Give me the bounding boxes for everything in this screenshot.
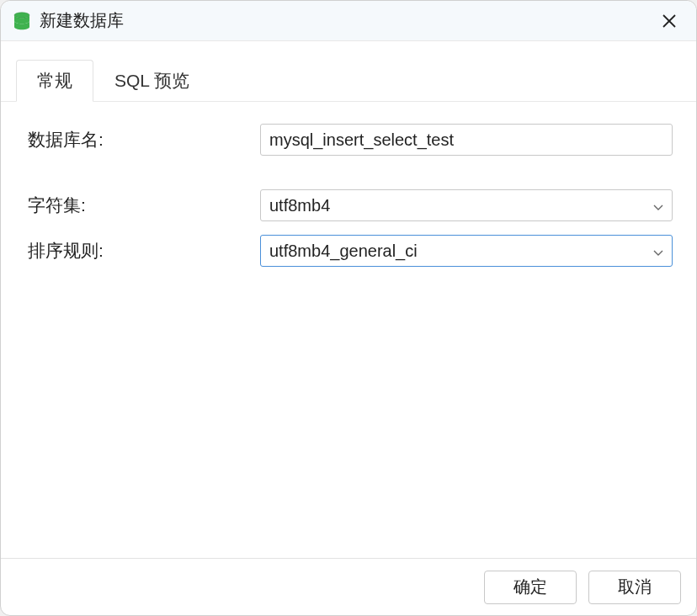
- select-charset-wrapper: utf8mb4: [260, 189, 673, 221]
- tab-label: SQL 预览: [114, 71, 189, 90]
- database-icon: [13, 12, 31, 30]
- chevron-down-icon: [653, 196, 663, 215]
- close-button[interactable]: [654, 6, 684, 36]
- select-charset-value: utf8mb4: [269, 196, 330, 215]
- ok-button[interactable]: 确定: [484, 571, 577, 604]
- label-charset: 字符集:: [24, 194, 260, 217]
- tab-content-general: 数据库名: 字符集: utf8mb4 排序规则: utf: [1, 101, 696, 558]
- row-database-name: 数据库名:: [24, 124, 673, 156]
- chevron-down-icon: [653, 242, 663, 261]
- row-charset: 字符集: utf8mb4: [24, 189, 673, 221]
- input-database-name[interactable]: [260, 124, 673, 156]
- tab-label: 常规: [37, 71, 72, 90]
- select-charset[interactable]: utf8mb4: [260, 189, 673, 221]
- cancel-button[interactable]: 取消: [588, 571, 681, 604]
- row-collation: 排序规则: utf8mb4_general_ci: [24, 235, 673, 267]
- close-icon: [662, 13, 677, 29]
- tabs: 常规 SQL 预览: [1, 41, 696, 102]
- select-collation[interactable]: utf8mb4_general_ci: [260, 235, 673, 267]
- select-collation-value: utf8mb4_general_ci: [269, 242, 418, 261]
- dialog-footer: 确定 取消: [1, 558, 696, 615]
- label-database-name: 数据库名:: [24, 128, 260, 151]
- titlebar: 新建数据库: [1, 1, 696, 41]
- tab-general[interactable]: 常规: [16, 60, 93, 102]
- label-collation: 排序规则:: [24, 239, 260, 263]
- select-collation-wrapper: utf8mb4_general_ci: [260, 235, 673, 267]
- new-database-dialog: 新建数据库 常规 SQL 预览 数据库名: 字符集: utf8mb4: [0, 0, 697, 616]
- dialog-title: 新建数据库: [40, 9, 654, 32]
- tab-sql-preview[interactable]: SQL 预览: [93, 60, 210, 102]
